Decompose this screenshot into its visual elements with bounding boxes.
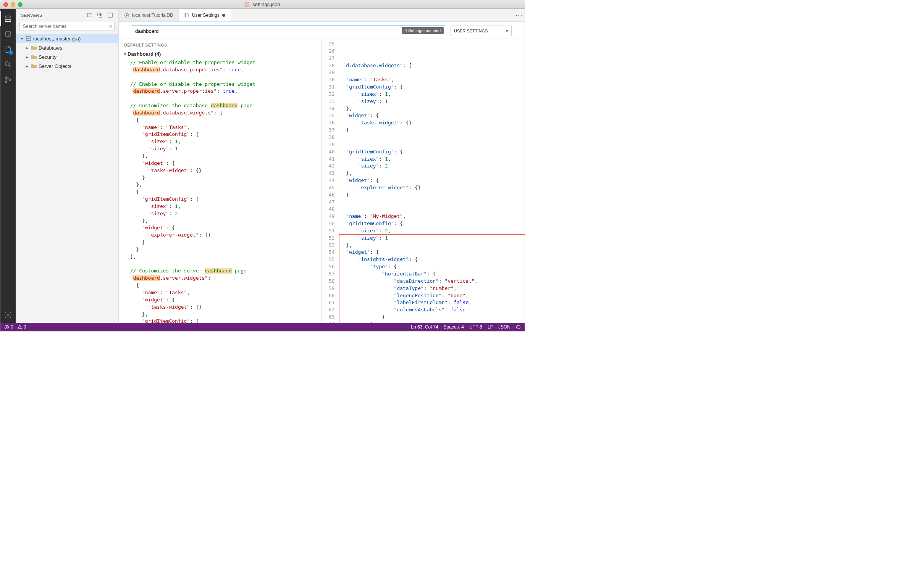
folder-icon: [31, 44, 37, 51]
clear-search-icon[interactable]: ×: [109, 23, 112, 30]
collapse-all-icon[interactable]: [107, 12, 113, 19]
new-connection-icon[interactable]: [87, 12, 92, 19]
activity-search[interactable]: [0, 57, 16, 72]
svg-rect-8: [87, 13, 91, 16]
tab-overflow-button[interactable]: ⋯: [513, 9, 525, 21]
settings-scope-select[interactable]: USER SETTINGS ▾: [450, 26, 512, 36]
activity-settings[interactable]: [0, 308, 16, 323]
braces-icon: {}: [184, 13, 190, 18]
tab-label: localhost:TutorialDB: [132, 13, 173, 18]
tree-item-server-objects[interactable]: ▸ Server Objects: [16, 61, 118, 71]
new-group-icon[interactable]: [97, 12, 103, 19]
settings-search-input[interactable]: [132, 26, 445, 36]
default-settings-code[interactable]: // Enable or disable the properties widg…: [119, 59, 322, 323]
status-encoding[interactable]: UTF-8: [469, 324, 482, 329]
server-root-label: localhost, master (sa): [33, 36, 81, 41]
status-feedback-icon[interactable]: [516, 325, 521, 329]
tree-label: Databases: [38, 45, 62, 51]
connection-icon: [124, 13, 129, 18]
file-icon: [245, 2, 250, 7]
server-search-input[interactable]: [20, 22, 115, 31]
svg-rect-12: [26, 36, 31, 38]
status-warnings[interactable]: 0: [17, 324, 26, 329]
activity-explorer[interactable]: 1: [0, 41, 16, 57]
status-errors[interactable]: 0: [4, 324, 13, 329]
tab-connection[interactable]: localhost:TutorialDB: [119, 9, 179, 21]
scope-label: USER SETTINGS: [454, 29, 488, 33]
status-eol[interactable]: LF: [488, 324, 493, 329]
editor-tabs: localhost:TutorialDB {} User Settings ⋯: [119, 9, 525, 22]
maximize-window-button[interactable]: [18, 2, 23, 7]
sidebar: SERVERS × ▾ localhost, master (sa) ▸: [16, 9, 119, 323]
folder-icon: [31, 63, 37, 69]
activity-history[interactable]: [0, 26, 16, 41]
tab-user-settings[interactable]: {} User Settings: [179, 9, 231, 21]
status-bar: 0 0 Ln 63, Col 74 Spaces: 4 UTF-8 LF JSO…: [0, 323, 525, 331]
svg-rect-13: [26, 39, 31, 40]
tree-label: Security: [38, 54, 56, 60]
activity-source-control[interactable]: [0, 72, 16, 87]
default-settings-pane: DEFAULT SETTINGS ▾Dashboard (4) // Enabl…: [119, 39, 322, 323]
titlebar: settings.json: [0, 0, 525, 9]
svg-point-3: [5, 62, 10, 66]
sidebar-header: SERVERS: [21, 13, 87, 18]
svg-point-4: [5, 77, 7, 79]
svg-point-5: [5, 81, 7, 83]
svg-point-7: [7, 314, 9, 316]
tree-item-databases[interactable]: ▸ Databases: [16, 43, 118, 52]
minimize-window-button[interactable]: [11, 2, 15, 7]
window-title: settings.json: [252, 2, 280, 7]
svg-point-19: [518, 327, 519, 327]
server-icon: [26, 36, 32, 41]
folder-icon: [31, 54, 37, 60]
user-settings-editor[interactable]: 25 26 27 28 29 30 31 32 33 34 35 36 37 3…: [322, 39, 525, 323]
tree-label: Server Objects: [38, 63, 71, 69]
server-root[interactable]: ▾ localhost, master (sa): [16, 34, 118, 43]
tab-label: User Settings: [192, 13, 219, 18]
status-position[interactable]: Ln 63, Col 74: [411, 324, 438, 329]
default-settings-header: DEFAULT SETTINGS: [119, 39, 322, 49]
close-window-button[interactable]: [3, 2, 8, 7]
explorer-badge: 1: [8, 50, 13, 54]
status-spaces[interactable]: Spaces: 4: [444, 324, 464, 329]
svg-point-18: [517, 327, 518, 327]
svg-point-6: [9, 79, 11, 81]
svg-rect-0: [5, 16, 11, 18]
server-tree: ▾ localhost, master (sa) ▸ Databases ▸ S…: [16, 33, 118, 71]
activity-servers[interactable]: [0, 11, 16, 26]
match-count-badge: 4 Settings matched: [402, 27, 444, 34]
editor-area: localhost:TutorialDB {} User Settings ⋯ …: [119, 9, 525, 323]
chevron-down-icon: ▾: [506, 29, 508, 34]
sidebar-search: ×: [20, 22, 115, 31]
tree-item-security[interactable]: ▸ Security: [16, 52, 118, 61]
svg-point-17: [516, 325, 520, 329]
user-settings-pane: 25 26 27 28 29 30 31 32 33 34 35 36 37 3…: [322, 39, 525, 323]
svg-point-15: [126, 15, 127, 16]
section-dashboard[interactable]: ▾Dashboard (4): [119, 49, 322, 59]
status-language[interactable]: JSON: [498, 324, 510, 329]
activity-bar: 1: [0, 9, 16, 323]
settings-search: 4 Settings matched: [132, 26, 445, 36]
dirty-indicator: [222, 14, 225, 17]
svg-rect-1: [5, 20, 11, 22]
